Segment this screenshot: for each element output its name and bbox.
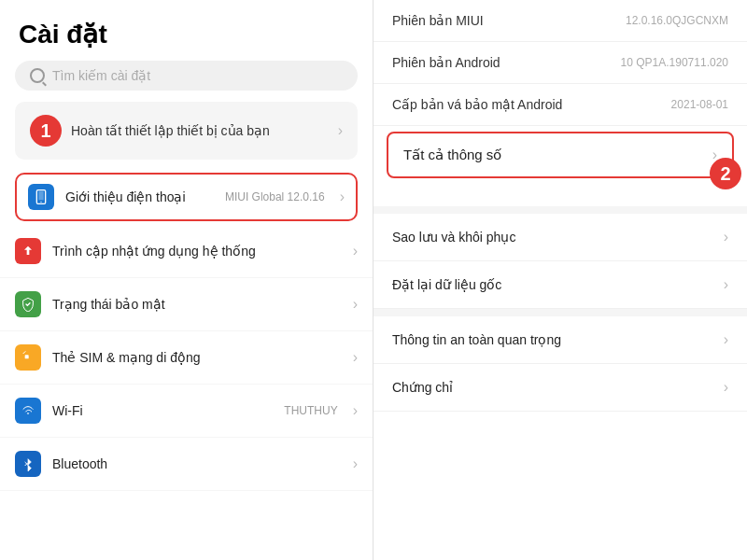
right-menu-reset-label: Đặt lại dữ liệu gốc bbox=[392, 277, 501, 292]
wifi-item-label: Wi-Fi bbox=[52, 402, 273, 419]
miui-version-label: Phiên bản MIUI bbox=[392, 13, 484, 28]
right-panel: Phiên bản MIUI 12.0.16.0QJGCNXM Phiên bả… bbox=[374, 0, 747, 560]
security-patch-row: Cấp bản vá bảo mật Android 2021-08-01 bbox=[374, 84, 747, 126]
update-chevron: › bbox=[353, 243, 358, 259]
update-icon bbox=[15, 238, 41, 264]
update-item-text: Trình cập nhật ứng dụng hệ thống bbox=[52, 243, 342, 259]
wifi-item-text: Wi-Fi bbox=[52, 402, 273, 419]
sim-item-text: Thẻ SIM & mạng di động bbox=[52, 349, 342, 366]
wifi-icon bbox=[15, 398, 41, 424]
left-panel: Cài đặt Tìm kiếm cài đặt 1 Hoàn tất thiế… bbox=[0, 0, 374, 560]
search-placeholder: Tìm kiếm cài đặt bbox=[52, 68, 150, 83]
security-item-text: Trạng thái bảo mật bbox=[52, 296, 342, 313]
miui-version-value: 12.0.16.0QJGCNXM bbox=[626, 14, 728, 27]
svg-rect-4 bbox=[25, 355, 29, 358]
phone-item-chevron: › bbox=[340, 189, 345, 205]
all-specs-label: Tất cả thông số bbox=[403, 147, 501, 163]
bluetooth-item-text: Bluetooth bbox=[52, 455, 342, 472]
bluetooth-item-label: Bluetooth bbox=[52, 455, 342, 472]
sim-item-label: Thẻ SIM & mạng di động bbox=[52, 349, 342, 366]
phone-icon bbox=[28, 184, 54, 210]
divider-1 bbox=[374, 206, 747, 214]
right-menu-backup-label: Sao lưu và khôi phục bbox=[392, 230, 515, 245]
security-icon bbox=[15, 291, 41, 317]
right-menu-backup-chevron: › bbox=[724, 229, 728, 245]
menu-item-sim[interactable]: Thẻ SIM & mạng di động › bbox=[0, 331, 373, 385]
wifi-item-value: THUTHUY bbox=[284, 404, 337, 417]
bluetooth-chevron: › bbox=[353, 455, 358, 472]
wifi-chevron: › bbox=[353, 402, 358, 419]
menu-item-bluetooth[interactable]: Bluetooth › bbox=[0, 438, 373, 491]
phone-item-text: Giới thiệu điện thoại bbox=[65, 189, 214, 205]
android-version-label: Phiên bản Android bbox=[392, 55, 500, 70]
phone-item-label: Giới thiệu điện thoại bbox=[65, 189, 214, 205]
right-menu-safety-label: Thông tin an toàn quan trọng bbox=[392, 332, 561, 347]
right-menu-cert-chevron: › bbox=[724, 379, 728, 396]
android-version-row: Phiên bản Android 10 QP1A.190711.020 bbox=[374, 42, 747, 84]
all-specs-row[interactable]: Tất cả thông số › 2 bbox=[387, 132, 734, 178]
svg-point-2 bbox=[40, 202, 41, 203]
right-menu-cert[interactable]: Chứng chỉ › bbox=[374, 364, 747, 412]
sim-chevron: › bbox=[353, 349, 358, 366]
right-menu-backup[interactable]: Sao lưu và khôi phục › bbox=[374, 214, 747, 261]
search-icon bbox=[30, 68, 45, 83]
menu-item-wifi[interactable]: Wi-Fi THUTHUY › bbox=[0, 385, 373, 438]
phone-item-value: MIUI Global 12.0.16 bbox=[225, 190, 325, 203]
security-patch-value: 2021-08-01 bbox=[671, 98, 728, 111]
search-bar[interactable]: Tìm kiếm cài đặt bbox=[15, 61, 358, 91]
svg-rect-1 bbox=[38, 191, 43, 200]
divider-2 bbox=[374, 309, 747, 316]
menu-item-update[interactable]: Trình cập nhật ứng dụng hệ thống › bbox=[0, 225, 373, 278]
right-menu-cert-label: Chứng chỉ bbox=[392, 380, 453, 395]
sim-icon bbox=[15, 344, 41, 371]
setup-banner-chevron: › bbox=[338, 122, 343, 139]
update-item-label: Trình cập nhật ứng dụng hệ thống bbox=[52, 243, 342, 259]
right-menu-safety[interactable]: Thông tin an toàn quan trọng › bbox=[374, 316, 747, 364]
bluetooth-icon bbox=[15, 451, 41, 477]
step-badge-1: 1 bbox=[30, 115, 62, 147]
page-title: Cài đặt bbox=[0, 0, 373, 61]
setup-banner-text: Hoàn tất thiết lập thiết bị của bạn bbox=[71, 123, 338, 138]
miui-version-row: Phiên bản MIUI 12.0.16.0QJGCNXM bbox=[374, 0, 747, 42]
setup-banner[interactable]: 1 Hoàn tất thiết lập thiết bị của bạn › bbox=[15, 102, 358, 160]
right-menu-safety-chevron: › bbox=[724, 331, 728, 348]
right-menu-reset[interactable]: Đặt lại dữ liệu gốc › bbox=[374, 261, 747, 309]
security-patch-label: Cấp bản vá bảo mật Android bbox=[392, 97, 562, 112]
right-menu-reset-chevron: › bbox=[724, 276, 728, 293]
android-version-value: 10 QP1A.190711.020 bbox=[621, 56, 728, 69]
highlighted-phone-item[interactable]: Giới thiệu điện thoại MIUI Global 12.0.1… bbox=[15, 173, 358, 221]
menu-item-security[interactable]: Trạng thái bảo mật › bbox=[0, 278, 373, 331]
security-chevron: › bbox=[353, 296, 358, 313]
step-badge-2: 2 bbox=[710, 158, 741, 189]
security-item-label: Trạng thái bảo mật bbox=[52, 296, 342, 313]
